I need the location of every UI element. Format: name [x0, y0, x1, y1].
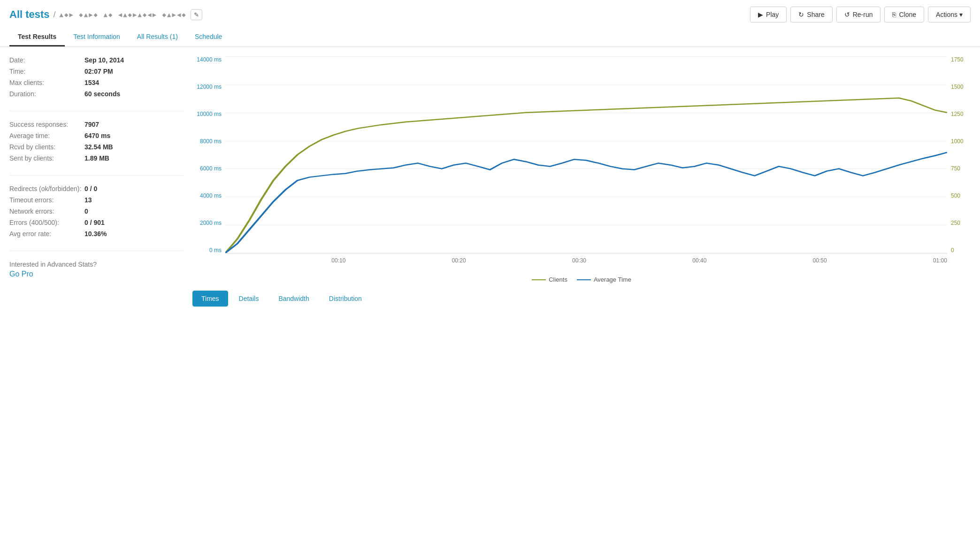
- tab-schedule[interactable]: Schedule: [186, 28, 230, 46]
- basic-info-section: Date: Sep 10, 2014 Time: 02:07 PM Max cl…: [9, 56, 183, 111]
- y-left-0: 0 ms: [209, 247, 222, 254]
- chart-svg: [225, 56, 947, 253]
- rerun-icon: ↺: [844, 11, 850, 18]
- max-clients-row: Max clients: 1534: [9, 79, 183, 86]
- sent-value: 1.89 MB: [84, 154, 109, 162]
- x-label-0100: 01:00: [933, 257, 947, 264]
- clients-line: [225, 98, 947, 253]
- main-tabs: Test Results Test Information All Result…: [9, 28, 971, 46]
- play-icon: ▶: [758, 11, 763, 18]
- clients-legend-line: [532, 279, 546, 280]
- breadcrumb-separator: /: [54, 10, 56, 20]
- avg-time-row: Average time: 6470 ms: [9, 132, 183, 139]
- timeout-label: Timeout errors:: [9, 196, 84, 204]
- avg-time-label: Average time:: [9, 132, 84, 139]
- test-name-label: ▲◆▶ ◆▲▶◆ ▲◆ ◀▲◆▶▲◆◀▶ ◆▲▶◀◆: [60, 11, 187, 18]
- duration-row: Duration: 60 seconds: [9, 90, 183, 98]
- edit-icon[interactable]: ✎: [191, 9, 202, 20]
- chart-tab-bandwidth[interactable]: Bandwidth: [269, 291, 318, 307]
- chart-tab-details[interactable]: Details: [230, 291, 268, 307]
- y-left-8000: 8000 ms: [200, 138, 222, 145]
- timeout-row: Timeout errors: 13: [9, 196, 183, 204]
- chart-tabs: Times Details Bandwidth Distribution: [192, 291, 971, 307]
- clone-icon: ⎘: [892, 11, 896, 18]
- chart-legend: Clients Average Time: [192, 276, 971, 283]
- y-left-2000: 2000 ms: [200, 220, 222, 226]
- x-label-0040: 00:40: [692, 257, 706, 264]
- errors-value: 0 / 901: [84, 219, 105, 226]
- y-left-14000: 14000 ms: [197, 56, 222, 63]
- main-content: Date: Sep 10, 2014 Time: 02:07 PM Max cl…: [0, 47, 980, 316]
- avg-error-row: Avg error rate: 10.36%: [9, 230, 183, 238]
- date-row: Date: Sep 10, 2014: [9, 56, 183, 64]
- y-axis-right: 1750 1500 1250 1000 750 500 250 0: [947, 56, 971, 254]
- avg-error-label: Avg error rate:: [9, 230, 84, 238]
- success-row: Success responses: 7907: [9, 121, 183, 128]
- avg-time-legend-line: [577, 279, 591, 280]
- tab-test-information[interactable]: Test Information: [65, 28, 129, 46]
- x-axis: 00:10 00:20 00:30 00:40 00:50 01:00: [225, 254, 947, 272]
- legend-avg-time: Average Time: [577, 276, 631, 283]
- avg-time-legend-label: Average Time: [594, 276, 631, 283]
- errors-label: Errors (400/500):: [9, 219, 84, 226]
- avg-error-value: 10.36%: [84, 230, 107, 238]
- redirects-label: Redirects (ok/forbidden):: [9, 185, 84, 192]
- y-right-1500: 1500: [951, 84, 964, 90]
- promo-section: Interested in Advanced Stats? Go Pro: [9, 261, 183, 278]
- tab-test-results[interactable]: Test Results: [9, 28, 65, 46]
- date-label: Date:: [9, 56, 84, 64]
- x-label-0050: 00:50: [813, 257, 827, 264]
- clients-legend-label: Clients: [549, 276, 567, 283]
- y-right-750: 750: [951, 165, 960, 172]
- y-right-1250: 1250: [951, 111, 964, 117]
- x-label-0030: 00:30: [572, 257, 586, 264]
- tab-all-results[interactable]: All Results (1): [129, 28, 186, 46]
- sidebar: Date: Sep 10, 2014 Time: 02:07 PM Max cl…: [9, 56, 183, 307]
- max-clients-value: 1534: [84, 79, 99, 86]
- rcvd-row: Rcvd by clients: 32.54 MB: [9, 143, 183, 151]
- promo-text: Interested in Advanced Stats?: [9, 261, 97, 268]
- x-label-0020: 00:20: [452, 257, 466, 264]
- chart-plot: [225, 56, 947, 254]
- actions-button[interactable]: Actions ▾: [928, 7, 971, 23]
- y-left-6000: 6000 ms: [200, 165, 222, 172]
- chart-container: 14000 ms 12000 ms 10000 ms 8000 ms 6000 …: [192, 56, 971, 272]
- max-clients-label: Max clients:: [9, 79, 84, 86]
- avg-time-value: 6470 ms: [84, 132, 110, 139]
- go-pro-link[interactable]: Go Pro: [9, 270, 183, 278]
- all-tests-link[interactable]: All tests: [9, 8, 50, 21]
- success-label: Success responses:: [9, 121, 84, 128]
- y-left-10000: 10000 ms: [197, 111, 222, 117]
- timeout-value: 13: [84, 196, 92, 204]
- success-value: 7907: [84, 121, 99, 128]
- errors-row: Errors (400/500): 0 / 901: [9, 219, 183, 226]
- time-label: Time:: [9, 68, 84, 75]
- date-value: Sep 10, 2014: [84, 56, 124, 64]
- y-right-1750: 1750: [951, 56, 964, 63]
- rcvd-label: Rcvd by clients:: [9, 143, 84, 151]
- y-right-0: 0: [951, 247, 954, 254]
- chart-tab-distribution[interactable]: Distribution: [320, 291, 371, 307]
- legend-clients: Clients: [532, 276, 567, 283]
- share-icon: ↻: [798, 11, 804, 18]
- play-button[interactable]: ▶ Play: [750, 7, 787, 23]
- y-right-250: 250: [951, 220, 960, 226]
- network-row: Network errors: 0: [9, 208, 183, 215]
- chart-area: 14000 ms 12000 ms 10000 ms 8000 ms 6000 …: [192, 56, 971, 307]
- clone-button[interactable]: ⎘ Clone: [884, 7, 924, 23]
- chart-tab-times[interactable]: Times: [192, 291, 228, 307]
- network-value: 0: [84, 208, 88, 215]
- sent-row: Sent by clients: 1.89 MB: [9, 154, 183, 162]
- share-button[interactable]: ↻ Share: [790, 7, 832, 23]
- header-actions: ▶ Play ↻ Share ↺ Re-run ⎘ Clone Actions …: [750, 7, 971, 28]
- redirects-value: 0 / 0: [84, 185, 97, 192]
- time-value: 02:07 PM: [84, 68, 113, 75]
- network-label: Network errors:: [9, 208, 84, 215]
- duration-value: 60 seconds: [84, 90, 120, 98]
- redirects-row: Redirects (ok/forbidden): 0 / 0: [9, 185, 183, 192]
- sent-label: Sent by clients:: [9, 154, 84, 162]
- duration-label: Duration:: [9, 90, 84, 98]
- rcvd-value: 32.54 MB: [84, 143, 113, 151]
- rerun-button[interactable]: ↺ Re-run: [836, 7, 881, 23]
- y-axis-left: 14000 ms 12000 ms 10000 ms 8000 ms 6000 …: [192, 56, 225, 254]
